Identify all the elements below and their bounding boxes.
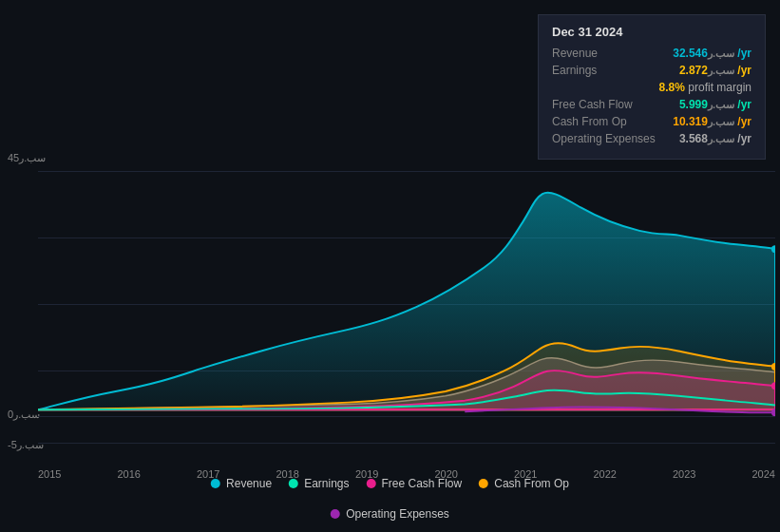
x-label-2022: 2022 bbox=[594, 468, 617, 480]
profit-margin: 8.8% profit margin bbox=[659, 81, 751, 94]
x-label-2016: 2016 bbox=[118, 468, 141, 480]
legend-label-earnings: Earnings bbox=[304, 477, 349, 490]
legend-dot-revenue bbox=[211, 479, 220, 488]
cashop-label: Cash From Op bbox=[552, 115, 656, 128]
legend-dot-opex bbox=[331, 509, 340, 519]
opex-value: 3.568سب.ر /yr bbox=[679, 132, 751, 145]
fcf-value: 5.999سب.ر /yr bbox=[679, 98, 751, 111]
chart-legend: Revenue Earnings Free Cash Flow Cash Fro… bbox=[195, 477, 585, 521]
legend-dot-earnings bbox=[289, 479, 298, 488]
tooltip-row-opex: Operating Expenses 3.568سب.ر /yr bbox=[552, 132, 751, 145]
legend-dot-fcf bbox=[367, 479, 376, 488]
opex-label: Operating Expenses bbox=[552, 132, 656, 145]
x-label-2024: 2024 bbox=[752, 468, 775, 480]
legend-revenue[interactable]: Revenue bbox=[211, 477, 272, 490]
earnings-label: Earnings bbox=[552, 64, 656, 77]
legend-label-opex: Operating Expenses bbox=[346, 507, 449, 521]
tooltip-title: Dec 31 2024 bbox=[552, 25, 751, 39]
legend-fcf[interactable]: Free Cash Flow bbox=[367, 477, 463, 490]
revenue-value: 32.546سب.ر /yr bbox=[673, 47, 751, 60]
legend-opex[interactable]: Operating Expenses bbox=[331, 507, 449, 521]
x-label-2015: 2015 bbox=[38, 468, 61, 480]
legend-cashop[interactable]: Cash From Op bbox=[479, 477, 569, 490]
tooltip-row-cashop: Cash From Op 10.319سب.ر /yr bbox=[552, 115, 751, 128]
fcf-label: Free Cash Flow bbox=[552, 98, 656, 111]
tooltip-row-revenue: Revenue 32.546سب.ر /yr bbox=[552, 47, 751, 60]
earnings-value: 2.872سب.ر /yr bbox=[679, 64, 751, 77]
legend-label-cashop: Cash From Op bbox=[494, 477, 569, 490]
main-chart bbox=[38, 171, 775, 446]
tooltip-row-margin: 8.8% profit margin bbox=[552, 81, 751, 94]
legend-label-fcf: Free Cash Flow bbox=[382, 477, 463, 490]
legend-earnings[interactable]: Earnings bbox=[289, 477, 349, 490]
x-label-2023: 2023 bbox=[673, 468, 695, 480]
y-label-45: 45سب.ر bbox=[8, 152, 46, 164]
tooltip-card: Dec 31 2024 Revenue 32.546سب.ر /yr Earni… bbox=[538, 14, 766, 160]
y-label-0: 0سب.ر bbox=[8, 408, 40, 421]
tooltip-row-earnings: Earnings 2.872سب.ر /yr bbox=[552, 64, 751, 77]
cashop-value: 10.319سب.ر /yr bbox=[673, 115, 751, 128]
revenue-label: Revenue bbox=[552, 47, 656, 60]
tooltip-row-fcf: Free Cash Flow 5.999سب.ر /yr bbox=[552, 98, 751, 111]
legend-dot-cashop bbox=[479, 479, 488, 488]
legend-label-revenue: Revenue bbox=[226, 477, 272, 490]
